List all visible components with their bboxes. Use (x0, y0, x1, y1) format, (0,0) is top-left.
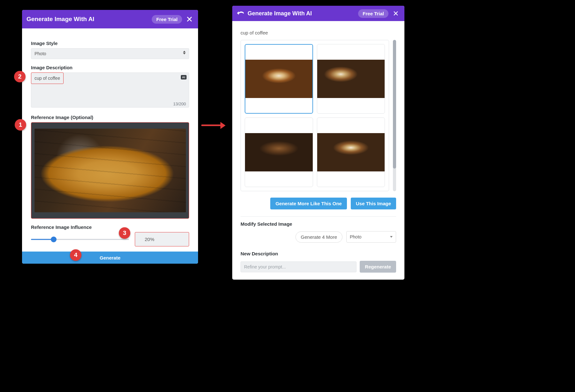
result-image (245, 133, 313, 171)
modify-row: Generate 4 More Photo (241, 231, 396, 243)
header-title: Generate Image With AI (27, 16, 149, 23)
prompt-display: cup of coffee (241, 30, 396, 35)
header-title: Generate Image With AI (248, 10, 355, 17)
image-style-label: Image Style (31, 41, 189, 46)
panel-body: cup of coffee Generate More Like This On… (232, 21, 404, 273)
refine-row: Regenerate (241, 261, 396, 273)
slider-thumb[interactable] (51, 237, 57, 242)
result-image (317, 60, 385, 98)
arrow-line (201, 124, 222, 126)
reference-image-preview (34, 129, 186, 212)
results-grid (241, 40, 389, 191)
modify-style-value: Photo (350, 234, 362, 239)
influence-row: 20% (31, 232, 189, 246)
panel-body: Image Style Photo Image Description cup … (22, 28, 198, 246)
image-style-value: Photo (34, 51, 46, 56)
divider (241, 216, 396, 217)
image-description-input[interactable] (31, 72, 189, 108)
reference-image-upload[interactable] (31, 122, 189, 219)
reference-influence-label: Reference Image Influence (31, 224, 189, 230)
free-trial-badge[interactable]: Free Trial (152, 15, 182, 24)
close-icon (187, 17, 192, 22)
flow-arrow (201, 124, 222, 126)
influence-value: 20% (145, 237, 154, 242)
results-grid-wrap (241, 40, 396, 191)
close-icon (394, 11, 398, 16)
panel-generate-input: Generate Image With AI Free Trial Image … (22, 10, 198, 264)
modify-style-select[interactable]: Photo (346, 231, 396, 243)
image-description-label: Image Description (31, 65, 189, 70)
influence-slider[interactable] (31, 235, 129, 244)
action-buttons-row: Generate More Like This One Use This Ima… (241, 198, 396, 209)
generate-4-more-button[interactable]: Generate 4 More (295, 231, 342, 243)
influence-value-box[interactable]: 20% (135, 232, 189, 246)
result-thumb-4[interactable] (317, 117, 385, 187)
char-counter: 13/200 (173, 102, 186, 106)
annotation-badge-1: 1 (15, 119, 26, 131)
annotation-badge-3: 3 (119, 227, 130, 239)
reference-image-label: Reference Image (Optional) (31, 115, 189, 120)
panel-generate-results: Generate Image With AI Free Trial cup of… (232, 6, 404, 280)
header: Generate Image With AI Free Trial (22, 10, 198, 28)
close-button[interactable] (392, 11, 400, 16)
result-thumb-1[interactable] (245, 44, 313, 114)
regenerate-button[interactable]: Regenerate (360, 261, 396, 273)
new-description-title: New Description (241, 251, 396, 256)
result-image (245, 60, 312, 98)
free-trial-badge[interactable]: Free Trial (358, 9, 388, 18)
use-this-image-button[interactable]: Use This Image (351, 198, 396, 209)
result-image (317, 133, 385, 171)
image-style-select[interactable]: Photo (31, 48, 189, 59)
header: Generate Image With AI Free Trial (232, 6, 404, 21)
annotation-badge-4: 4 (70, 249, 81, 261)
arrow-head-icon (220, 122, 226, 129)
modify-section-title: Modify Selected Image (241, 221, 396, 227)
refine-prompt-input[interactable] (241, 261, 356, 272)
scrollbar-thumb[interactable] (393, 40, 396, 169)
slider-fill (31, 239, 54, 240)
close-button[interactable] (185, 17, 194, 22)
result-thumb-2[interactable] (317, 44, 385, 114)
back-button[interactable] (237, 11, 244, 16)
back-arrow-icon (237, 11, 244, 16)
result-thumb-3[interactable] (245, 117, 313, 187)
ai-assist-button[interactable]: AI (181, 75, 187, 79)
generate-more-like-button[interactable]: Generate More Like This One (270, 198, 347, 209)
annotation-badge-2: 2 (14, 71, 26, 82)
generate-button[interactable]: Generate (22, 252, 198, 264)
results-scrollbar[interactable] (393, 40, 396, 191)
image-description-wrap: cup of coffee AI 13/200 (31, 72, 189, 109)
